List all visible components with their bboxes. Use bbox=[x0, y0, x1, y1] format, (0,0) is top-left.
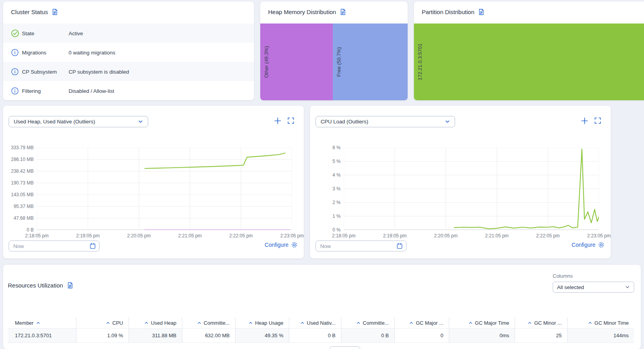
sort-caret-icon bbox=[249, 321, 253, 325]
sort-caret-icon bbox=[409, 321, 414, 325]
y-axis-tick-label: 3 % bbox=[332, 186, 341, 192]
add-widget-button[interactable] bbox=[581, 117, 588, 125]
column-header[interactable]: GC Major ... bbox=[394, 317, 449, 328]
info-circle-icon bbox=[11, 87, 19, 95]
column-header-label: GC Minor Time bbox=[595, 320, 629, 326]
fullscreen-button[interactable] bbox=[287, 117, 294, 125]
x-axis-tick-label: 2:18:05 pm bbox=[326, 233, 361, 239]
gear-icon bbox=[598, 242, 604, 248]
cluster-status-title-row: Cluster Status bbox=[11, 9, 58, 15]
sort-caret-icon bbox=[468, 321, 473, 325]
bar-label: 172.21.0.3:5701 bbox=[417, 43, 423, 80]
fullscreen-button[interactable] bbox=[594, 117, 601, 125]
column-header[interactable]: Committe... bbox=[341, 317, 394, 328]
table-cell: 311.88 MB bbox=[129, 329, 182, 342]
column-header[interactable]: Committe... bbox=[182, 317, 235, 328]
column-header[interactable]: Used Nativ... bbox=[289, 317, 341, 328]
cluster-row-value: Active bbox=[69, 30, 83, 36]
column-header[interactable]: Used Heap bbox=[129, 317, 182, 328]
y-axis-tick-label: 238.42 MB bbox=[11, 168, 34, 174]
table-cell: 0 bbox=[394, 329, 449, 342]
chevron-down-icon bbox=[625, 285, 630, 289]
x-axis-tick-label: 2:23:05 pm bbox=[581, 233, 617, 239]
heap-distribution-bars: Other (49.3%)Free (50.7%) bbox=[260, 24, 408, 100]
column-header-label: Used Nativ... bbox=[307, 320, 336, 326]
document-icon[interactable] bbox=[52, 9, 58, 15]
column-header[interactable]: Member bbox=[8, 317, 76, 328]
line-chart bbox=[344, 148, 599, 230]
management-center-dashboard: Cluster Status StateActiveMigrations0 wa… bbox=[0, 0, 644, 349]
chart-actions bbox=[274, 117, 294, 125]
info-circle-icon bbox=[11, 68, 19, 76]
cluster-row-label: Filtering bbox=[22, 88, 41, 94]
gear-icon bbox=[291, 242, 298, 248]
y-axis-tick-label: 2 % bbox=[332, 200, 341, 205]
bar-label: Free (50.7%) bbox=[336, 47, 342, 77]
table-cell: 49.35 % bbox=[235, 329, 289, 342]
column-header-label: Heap Usage bbox=[255, 320, 283, 326]
calendar-icon[interactable] bbox=[90, 243, 96, 249]
partition-distribution-title-row: Partition Distribution bbox=[422, 9, 484, 15]
time-range-picker[interactable] bbox=[316, 241, 406, 251]
sort-caret-icon bbox=[528, 321, 532, 325]
column-header-label: GC Major Time bbox=[475, 320, 509, 326]
time-range-input[interactable] bbox=[13, 243, 85, 250]
x-axis-tick-label: 2:21:05 pm bbox=[172, 233, 208, 239]
time-range-picker[interactable] bbox=[9, 241, 100, 251]
x-axis-tick-label: 2:22:05 pm bbox=[530, 233, 566, 239]
x-axis-tick-label: 2:21:05 pm bbox=[479, 233, 515, 239]
check-circle-icon bbox=[11, 29, 19, 37]
page-size-select[interactable] bbox=[330, 346, 360, 349]
sort-caret-icon bbox=[106, 321, 110, 325]
column-header-label: Committe... bbox=[363, 320, 389, 326]
cluster-status-row: CP SubsystemCP subsystem is disabled bbox=[3, 62, 254, 81]
column-header[interactable]: GC Minor ... bbox=[515, 317, 567, 328]
table-cell: 632.00 MB bbox=[182, 329, 235, 342]
document-icon[interactable] bbox=[478, 9, 484, 15]
y-axis-tick-label: 0 B bbox=[27, 227, 34, 233]
y-axis-tick-label: 1 % bbox=[332, 213, 341, 219]
document-icon[interactable] bbox=[340, 9, 346, 15]
calendar-icon[interactable] bbox=[397, 243, 403, 249]
heap-distribution-title: Heap Memory Distribution bbox=[268, 9, 336, 15]
y-axis-tick-label: 5 % bbox=[332, 159, 341, 164]
cluster-row-value: Disabled / Allow-list bbox=[69, 88, 114, 94]
add-widget-button[interactable] bbox=[274, 117, 281, 125]
resources-utilization-card: Resources Utilization Columns All select… bbox=[3, 265, 641, 349]
document-icon[interactable] bbox=[67, 282, 73, 289]
column-header[interactable]: GC Major Time bbox=[449, 317, 515, 328]
columns-select[interactable]: All selected bbox=[553, 282, 634, 293]
y-axis-tick-label: 4 % bbox=[332, 172, 341, 178]
sort-caret-icon bbox=[144, 321, 149, 325]
cluster-row-label: CP Subsystem bbox=[22, 69, 57, 74]
table-header-row: MemberCPUUsed HeapCommitte...Heap UsageU… bbox=[8, 317, 634, 328]
line-chart bbox=[37, 148, 292, 230]
x-axis-tick-label: 2:20:05 pm bbox=[428, 233, 463, 239]
configure-link[interactable]: Configure bbox=[571, 242, 604, 248]
x-axis-labels: 2:18:05 pm2:19:05 pm2:20:05 pm2:21:05 pm… bbox=[37, 233, 292, 239]
cluster-row-value: 0 waiting migrations bbox=[69, 49, 115, 55]
bar-label: Other (49.3%) bbox=[263, 46, 269, 78]
resources-title: Resources Utilization bbox=[8, 282, 63, 289]
table-cell: 0 B bbox=[341, 329, 394, 342]
sort-caret-icon bbox=[300, 321, 305, 325]
column-header[interactable]: CPU bbox=[76, 317, 129, 328]
column-header-label: Used Heap bbox=[151, 320, 176, 326]
y-axis-tick-label: 95.37 MB bbox=[14, 204, 34, 209]
distribution-bar-segment: Free (50.7%) bbox=[333, 24, 408, 100]
chart-actions bbox=[581, 117, 601, 125]
column-header-label: CPU bbox=[112, 320, 123, 326]
resources-title-row: Resources Utilization bbox=[8, 282, 73, 289]
x-axis-tick-label: 2:19:05 pm bbox=[377, 233, 412, 239]
cluster-status-row: StateActive bbox=[3, 24, 254, 43]
cluster-status-row: Migrations0 waiting migrations bbox=[3, 43, 254, 62]
configure-label: Configure bbox=[571, 242, 595, 248]
columns-label: Columns bbox=[553, 273, 573, 279]
column-header[interactable]: GC Minor Time bbox=[567, 317, 634, 328]
time-range-input[interactable] bbox=[319, 243, 392, 250]
configure-link[interactable]: Configure bbox=[265, 242, 298, 248]
column-header[interactable]: Heap Usage bbox=[235, 317, 289, 328]
y-axis-tick-label: 0 % bbox=[332, 227, 341, 233]
configure-label: Configure bbox=[265, 242, 288, 248]
column-header-label: GC Major ... bbox=[416, 320, 443, 326]
